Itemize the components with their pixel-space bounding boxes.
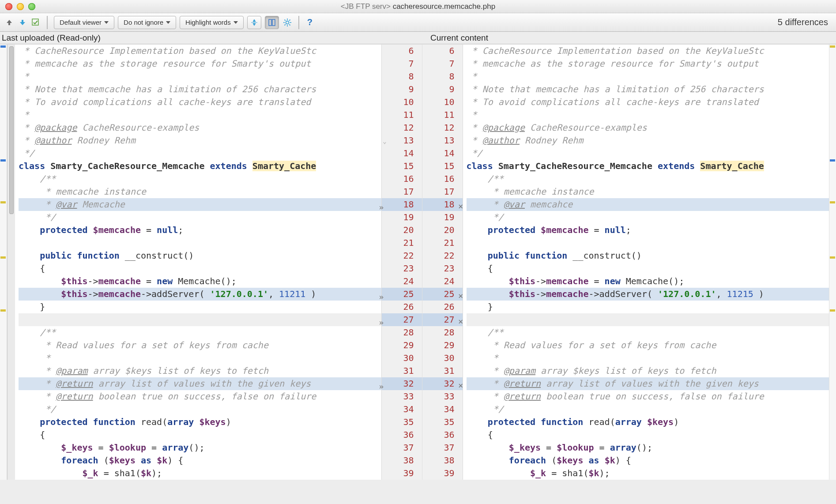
code-line[interactable]: * @return array list of values with the …	[467, 377, 829, 390]
error-stripe-marker[interactable]	[0, 45, 6, 48]
right-error-stripe[interactable]	[829, 45, 836, 480]
code-line[interactable]: * @author Rodney Rehm	[19, 134, 381, 147]
minimize-icon[interactable]	[17, 3, 24, 10]
left-editor[interactable]: * CacheResource Implementation based on …	[15, 45, 381, 480]
code-line[interactable]: {	[467, 429, 829, 441]
collapse-unchanged-button[interactable]	[247, 16, 261, 29]
code-line[interactable]: *	[467, 109, 829, 121]
code-line[interactable]: public function __construct()	[467, 249, 829, 262]
error-stripe-marker[interactable]	[0, 309, 6, 312]
code-line[interactable]: {	[19, 429, 381, 441]
code-line[interactable]: /**	[19, 173, 381, 185]
error-stripe-marker[interactable]	[830, 201, 835, 203]
code-line[interactable]: * To avoid complications all cache-keys …	[467, 96, 829, 109]
code-line[interactable]: protected $memcache = null;	[467, 224, 829, 237]
code-line[interactable]: $_keys = $lookup = array();	[467, 441, 829, 454]
code-line[interactable]: */	[19, 403, 381, 416]
code-line[interactable]: protected function read(array $keys)	[19, 416, 381, 429]
toolbar: Default viewer Do not ignore Highlight w…	[0, 13, 836, 32]
code-line[interactable]: * @var Memcache	[19, 198, 381, 211]
code-line[interactable]: * @return boolean true on success, false…	[19, 390, 381, 403]
prev-diff-button[interactable]	[4, 18, 14, 27]
code-line[interactable]: class Smarty_CacheResource_Memcache exte…	[19, 160, 381, 173]
ignore-dropdown[interactable]: Do not ignore	[118, 16, 176, 29]
code-line[interactable]: * @package CacheResource-examples	[19, 121, 381, 134]
code-line[interactable]: $_k = sha1($k);	[467, 467, 829, 480]
viewer-dropdown[interactable]: Default viewer	[54, 16, 114, 29]
sync-scroll-button[interactable]	[265, 16, 279, 29]
right-editor[interactable]: * CacheResource Implementation based on …	[463, 45, 829, 480]
line-number: 37	[422, 441, 463, 454]
code-line[interactable]: */	[467, 403, 829, 416]
code-line[interactable]	[19, 237, 381, 249]
code-line[interactable]	[19, 313, 381, 326]
code-line[interactable]: * @author Rodney Rehm	[467, 134, 829, 147]
close-icon[interactable]	[5, 3, 12, 10]
error-stripe-marker[interactable]	[0, 201, 6, 203]
code-line[interactable]: class Smarty_CacheResource_Memcache exte…	[467, 160, 829, 173]
code-line[interactable]: * To avoid complications all cache-keys …	[19, 96, 381, 109]
code-line[interactable]: * Read values for a set of keys from cac…	[19, 339, 381, 352]
error-stripe-marker[interactable]	[0, 256, 6, 259]
code-line[interactable]: * @return boolean true on success, false…	[467, 390, 829, 403]
code-line[interactable]: $this->memcache = new Memcache();	[467, 275, 829, 288]
code-line[interactable]: foreach ($keys as $k) {	[467, 454, 829, 467]
apply-nonconflict-button[interactable]	[31, 18, 41, 27]
code-line[interactable]: /**	[467, 173, 829, 185]
code-line[interactable]: * @param array $keys list of keys to fet…	[19, 365, 381, 377]
code-line[interactable]: }	[19, 301, 381, 313]
code-line[interactable]: */	[467, 211, 829, 224]
fold-handle-icon[interactable]: ⌄	[382, 136, 388, 147]
code-line[interactable]: $this->memcache->addServer( '127.0.0.1',…	[467, 288, 829, 301]
code-line[interactable]: }	[467, 301, 829, 313]
code-line[interactable]: *	[467, 352, 829, 365]
error-stripe-marker[interactable]	[830, 159, 835, 162]
code-line[interactable]: * @var memcahce	[467, 198, 829, 211]
code-line[interactable]: $this->memcache = new Memcache();	[19, 275, 381, 288]
code-line[interactable]: * CacheResource Implementation based on …	[19, 45, 381, 57]
next-diff-button[interactable]	[18, 18, 27, 27]
error-stripe-marker[interactable]	[830, 45, 835, 48]
left-error-stripe[interactable]	[0, 45, 7, 480]
code-line[interactable]: * Note that memcache has a limitation of…	[19, 83, 381, 96]
code-line[interactable]: */	[467, 147, 829, 160]
code-line[interactable]: {	[19, 262, 381, 275]
code-line[interactable]: /**	[467, 326, 829, 339]
code-line[interactable]: /**	[19, 326, 381, 339]
code-line[interactable]: *	[19, 109, 381, 121]
code-line[interactable]: $this->memcache->addServer( '127.0.0.1',…	[19, 288, 381, 301]
highlight-dropdown[interactable]: Highlight words	[180, 16, 244, 29]
error-stripe-marker[interactable]	[830, 309, 835, 312]
code-line[interactable]: {	[467, 262, 829, 275]
code-line[interactable]: * Read values for a set of keys from cac…	[467, 339, 829, 352]
code-line[interactable]: * @param array $keys list of keys to fet…	[467, 365, 829, 377]
code-line[interactable]: $_k = sha1($k);	[19, 467, 381, 480]
line-number: 33	[422, 390, 463, 403]
code-line[interactable]: * memcache instance	[19, 185, 381, 198]
code-line[interactable]: * memcache as the storage resource for S…	[467, 57, 829, 70]
code-line[interactable]: * memcache instance	[467, 185, 829, 198]
code-line[interactable]: *	[19, 70, 381, 83]
code-line[interactable]	[467, 237, 829, 249]
code-line[interactable]: *	[467, 70, 829, 83]
code-line[interactable]: */	[19, 147, 381, 160]
left-scrollbar[interactable]	[7, 45, 15, 480]
code-line[interactable]: protected $memcache = null;	[19, 224, 381, 237]
code-line[interactable]: protected function read(array $keys)	[467, 416, 829, 429]
code-line[interactable]: $_keys = $lookup = array();	[19, 441, 381, 454]
error-stripe-marker[interactable]	[830, 256, 835, 259]
code-line[interactable]: * Note that memcache has a limitation of…	[467, 83, 829, 96]
help-button[interactable]: ?	[305, 17, 314, 27]
error-stripe-marker[interactable]	[0, 159, 6, 162]
code-line[interactable]: public function __construct()	[19, 249, 381, 262]
code-line[interactable]: foreach ($keys as $k) {	[19, 454, 381, 467]
code-line[interactable]	[467, 313, 829, 326]
code-line[interactable]: * CacheResource Implementation based on …	[467, 45, 829, 57]
zoom-icon[interactable]	[28, 3, 35, 10]
code-line[interactable]: * @package CacheResource-examples	[467, 121, 829, 134]
code-line[interactable]: */	[19, 211, 381, 224]
code-line[interactable]: * @return array list of values with the …	[19, 377, 381, 390]
code-line[interactable]: * memcache as the storage resource for S…	[19, 57, 381, 70]
settings-button[interactable]	[282, 18, 292, 27]
code-line[interactable]: *	[19, 352, 381, 365]
